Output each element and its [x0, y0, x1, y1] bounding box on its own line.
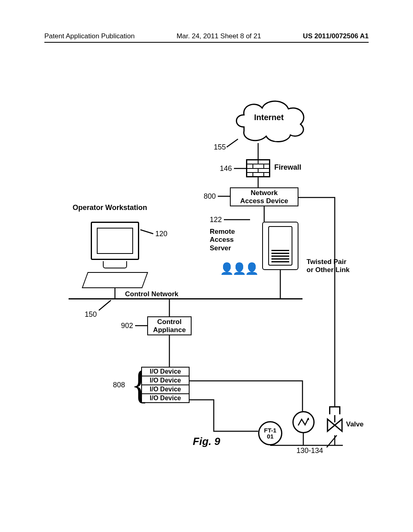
io-device-2: I/O Device	[141, 376, 190, 385]
svg-marker-20	[335, 419, 342, 431]
ref-150: 150	[85, 310, 97, 319]
svg-marker-19	[327, 419, 335, 431]
svg-line-11	[140, 230, 153, 234]
control-network-label: Control Network	[125, 290, 178, 298]
twisted-pair-label: Twisted Pair or Other Link	[307, 258, 350, 274]
header-date-sheet: Mar. 24, 2011 Sheet 8 of 21	[177, 32, 261, 40]
ref-155: 155	[214, 143, 226, 152]
ref-800: 800	[204, 192, 216, 201]
firewall-label: Firewall	[274, 163, 301, 172]
remote-access-server-icon	[262, 222, 298, 270]
header-pub-number: US 2011/0072506 A1	[303, 32, 369, 40]
svg-line-12	[99, 300, 111, 310]
ft-label-top: FT-1	[264, 427, 277, 433]
operator-workstation-label: Operator Workstation	[73, 204, 147, 212]
ref-146: 146	[220, 164, 232, 173]
control-network-bus	[69, 298, 302, 299]
nad-label: Network Access Device	[240, 189, 288, 205]
figure-caption: Fig. 9	[0, 435, 413, 448]
people-icon: 👤👤👤	[220, 262, 257, 275]
io-device-1: I/O Device	[141, 367, 190, 376]
control-appliance-box: Control Appliance	[147, 316, 192, 335]
network-access-device-box: Network Access Device	[230, 187, 298, 206]
ref-808: 808	[113, 381, 125, 389]
ref-130-134: 130-134	[296, 447, 323, 455]
page-header: Patent Application Publication Mar. 24, …	[44, 32, 369, 43]
workstation-monitor-icon	[91, 222, 139, 260]
io-device-4: I/O Device	[141, 393, 190, 403]
ref-902: 902	[121, 322, 133, 330]
valve-label: Valve	[346, 420, 364, 428]
ref-122: 122	[210, 216, 222, 224]
internet-label: Internet	[254, 113, 284, 122]
io-device-stack: I/O Device I/O Device I/O Device I/O Dev…	[141, 367, 190, 403]
meter-icon	[292, 411, 315, 433]
header-publication: Patent Application Publication	[44, 32, 135, 40]
ras-label: Remote Access Server	[210, 228, 235, 252]
valve-actuator-icon	[329, 406, 340, 414]
diagram-canvas: Internet 155 Firewall 146 Network Access…	[44, 60, 369, 463]
firewall-icon	[246, 159, 270, 177]
io-device-3: I/O Device	[141, 384, 190, 394]
ref-120: 120	[155, 230, 167, 238]
control-appliance-label: Control Appliance	[153, 318, 186, 334]
monitor-base-icon	[103, 261, 127, 268]
keyboard-icon	[82, 272, 148, 288]
valve-icon	[327, 415, 343, 435]
